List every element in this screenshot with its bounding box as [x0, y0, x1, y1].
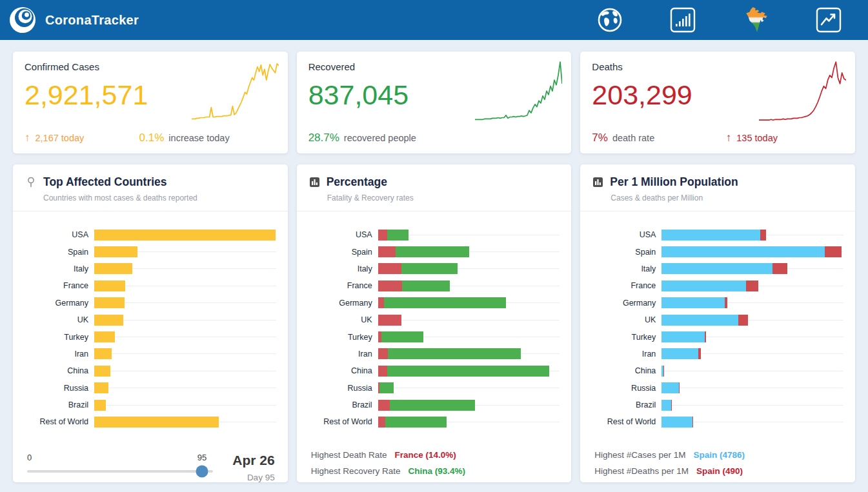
- poll-chart-icon: [593, 177, 603, 187]
- chart-row: Turkey: [303, 328, 560, 345]
- deaths-sparkline: [759, 58, 846, 125]
- bar-segment: [387, 366, 549, 377]
- stat-cards-row: Confirmed Cases 2,921,571 ↑ 2,167 today …: [13, 52, 855, 153]
- bar-track: [378, 382, 560, 393]
- row-label: Brazil: [587, 400, 661, 409]
- slider-track[interactable]: [27, 470, 213, 473]
- bar-segment: [661, 348, 698, 359]
- gridline: [94, 405, 276, 406]
- map-pin-icon: [26, 177, 36, 188]
- bar-segment: [760, 230, 766, 241]
- row-label: Rest of World: [303, 417, 378, 426]
- percentage-card: Percentage Fatality & Recovery rates USA…: [297, 164, 572, 482]
- chart-row: Spain: [587, 243, 843, 260]
- chart-row: Iran: [587, 346, 843, 362]
- chart-subtitle: Countries with most cases & deaths repor…: [43, 193, 276, 202]
- row-label: France: [19, 281, 94, 290]
- row-label: China: [587, 366, 661, 375]
- bar-segment: [388, 348, 521, 359]
- day-slider: 0 95: [27, 453, 213, 473]
- bar-segment: [381, 331, 423, 342]
- chart-row: Russia: [303, 380, 560, 397]
- row-label: Iran: [303, 349, 378, 359]
- bar-track: [661, 230, 843, 241]
- chart-row: Rest of World: [303, 413, 560, 430]
- bar-segment: [396, 246, 469, 257]
- chart-row: Spain: [303, 243, 560, 260]
- trend-chart-icon[interactable]: [814, 5, 843, 35]
- bar-track: [94, 263, 276, 274]
- bar-segment: [671, 400, 672, 411]
- chart-row: China: [587, 362, 843, 379]
- chart-row: France: [303, 277, 560, 294]
- up-arrow-icon: ↑: [726, 132, 732, 144]
- bar-track: [94, 280, 276, 291]
- bar-segment: [379, 382, 394, 393]
- bar-segment: [402, 280, 450, 291]
- poll-chart-icon: [310, 177, 319, 187]
- bar-segment: [661, 263, 772, 274]
- bar-segment: [94, 348, 112, 359]
- bar-segment: [825, 246, 842, 257]
- bar-segment: [378, 230, 387, 241]
- chart-subtitle: Fatality & Recovery rates: [327, 193, 560, 202]
- row-label: Italy: [303, 264, 378, 273]
- per-million-stacked-bar-chart: USASpainItalyFranceGermanyUKTurkeyIranCh…: [580, 212, 855, 437]
- row-label: Turkey: [587, 333, 661, 342]
- chart-row: Italy: [587, 261, 843, 277]
- app-title: CoronaTracker: [45, 13, 139, 28]
- bar-segment: [378, 246, 396, 257]
- bar-chart-icon[interactable]: [668, 5, 698, 35]
- bar-track: [661, 315, 843, 326]
- bar-track: [378, 297, 560, 308]
- bar-segment: [661, 400, 671, 411]
- confirmed-sparkline: [192, 58, 279, 125]
- chart-title: Per 1 Million Population: [610, 175, 738, 189]
- highest-recovery-rate-line: Highest Recovery Rate China (93.4%): [311, 466, 559, 476]
- globe-icon[interactable]: [595, 5, 625, 35]
- row-label: UK: [19, 315, 94, 324]
- brand-home-link[interactable]: CoronaTracker: [9, 6, 139, 34]
- bar-track: [661, 246, 843, 257]
- gridline: [661, 405, 843, 406]
- selected-day: Day 95: [232, 473, 274, 482]
- deaths-today-delta: ↑ 135 today: [726, 132, 778, 144]
- bar-segment: [661, 331, 705, 342]
- chart-row: USA: [303, 226, 560, 243]
- bar-segment: [661, 280, 746, 291]
- chart-subtitle: Cases & deaths per Million: [611, 193, 843, 202]
- up-arrow-icon: ↑: [25, 132, 30, 144]
- coronatracker-wave-logo: [9, 6, 36, 34]
- bar-segment: [378, 400, 390, 411]
- gridline: [378, 388, 560, 388]
- slider-thumb[interactable]: [196, 466, 208, 478]
- bar-segment: [94, 230, 276, 241]
- bar-segment: [378, 280, 403, 291]
- row-label: Rest of World: [587, 417, 661, 426]
- row-label: China: [19, 366, 94, 375]
- india-map-icon[interactable]: [741, 5, 771, 35]
- bar-segment: [94, 400, 106, 411]
- bar-track: [94, 400, 276, 411]
- row-label: Germany: [303, 299, 378, 308]
- bar-segment: [385, 417, 446, 428]
- row-label: China: [303, 366, 378, 375]
- bar-segment: [94, 263, 132, 274]
- gridline: [94, 353, 276, 354]
- row-label: USA: [587, 230, 661, 239]
- bar-segment: [378, 417, 386, 428]
- chart-row: Italy: [303, 261, 560, 277]
- row-label: Russia: [303, 384, 378, 393]
- row-label: Turkey: [303, 333, 378, 342]
- bar-track: [378, 400, 560, 411]
- row-label: Spain: [303, 248, 378, 257]
- gridline: [94, 371, 276, 371]
- bar-segment: [378, 366, 388, 377]
- chart-row: China: [19, 362, 276, 379]
- row-label: Italy: [19, 264, 94, 273]
- bar-track: [661, 400, 843, 411]
- bar-track: [378, 246, 560, 257]
- row-label: Spain: [19, 248, 94, 257]
- chart-row: Turkey: [19, 328, 276, 345]
- row-label: Germany: [19, 299, 94, 308]
